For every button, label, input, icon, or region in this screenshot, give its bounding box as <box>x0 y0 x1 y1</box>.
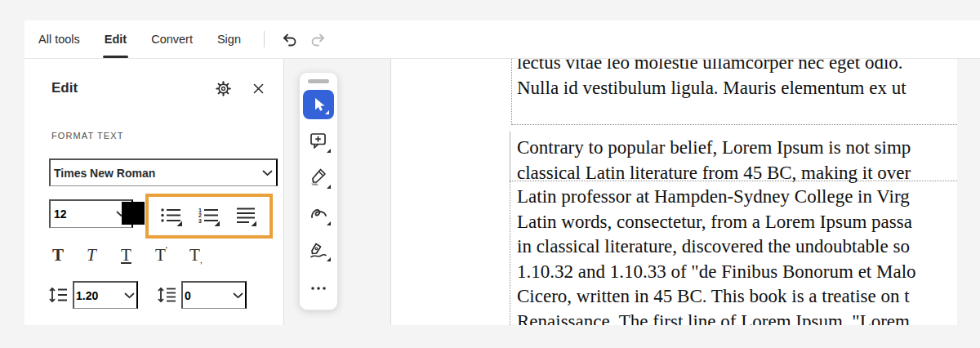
spacing-row: 1.20 0 <box>49 278 286 312</box>
undo-icon <box>281 33 299 47</box>
tab-sign[interactable]: Sign <box>216 20 243 58</box>
document-page[interactable]: lectus vitae leo molestie ullamcorper ne… <box>390 59 957 325</box>
document-line: Cicero, written in 45 BC. This book is a… <box>517 284 957 310</box>
document-line: Latin words, consectetur, from a Lorem I… <box>517 210 957 235</box>
bold-button[interactable]: T <box>49 245 83 265</box>
quick-tools-toolbar <box>299 72 338 310</box>
settings-button[interactable] <box>212 77 234 100</box>
format-text-section-label: FORMAT TEXT <box>51 131 124 141</box>
redo-button[interactable] <box>304 25 332 53</box>
sign-pen-icon <box>309 241 328 259</box>
tab-convert[interactable]: Convert <box>149 20 194 58</box>
list-format-group-highlighted: 123 <box>145 194 273 239</box>
top-toolbar: All tools Edit Convert Sign <box>24 20 980 59</box>
font-family-dropdown[interactable]: Times New Roman <box>49 158 278 186</box>
add-comment-tool-button[interactable] <box>303 126 334 156</box>
close-panel-button[interactable] <box>247 78 269 99</box>
bulleted-list-icon <box>160 206 183 227</box>
highlighter-icon <box>309 167 328 187</box>
document-line: Contrary to popular belief, Lorem Ipsum … <box>517 136 957 161</box>
char-spacing-icon <box>158 287 176 303</box>
line-spacing-dropdown[interactable]: 1.20 <box>73 281 138 309</box>
char-spacing-dropdown[interactable]: 0 <box>181 281 247 309</box>
gear-icon <box>216 81 231 96</box>
line-spacing-group: 1.20 <box>49 281 138 309</box>
line-spacing-icon <box>49 287 68 303</box>
toolbar-divider <box>264 31 265 47</box>
chevron-down-icon <box>262 170 273 176</box>
edit-panel-header: Edit <box>51 78 269 98</box>
select-tool-button[interactable] <box>303 90 334 120</box>
text-frame[interactable]: Latin professor at Hampden-Sydney Colleg… <box>510 181 957 325</box>
text-frame[interactable]: lectus vitae leo molestie ullamcorper ne… <box>511 59 957 125</box>
tab-edit[interactable]: Edit <box>103 20 128 58</box>
chevron-down-icon <box>233 292 243 299</box>
document-line: Nulla id vestibulum ligula. Mauris eleme… <box>517 76 957 101</box>
draw-tool-button[interactable] <box>303 199 334 229</box>
document-line: in classical literature, discovered the … <box>517 234 957 260</box>
highlight-tool-button[interactable] <box>303 163 334 193</box>
document-line: 1.10.32 and 1.10.33 of "de Finibus Bonor… <box>517 260 957 285</box>
char-spacing-value: 0 <box>185 289 191 302</box>
font-color-swatch[interactable] <box>122 202 145 225</box>
subscript-button[interactable]: T, <box>186 245 220 265</box>
document-line: lectus vitae leo molestie ullamcorper ne… <box>517 59 957 76</box>
edit-panel: Edit <box>24 59 284 325</box>
toolbar-drag-handle[interactable] <box>308 79 329 83</box>
close-icon <box>253 83 264 94</box>
text-frame[interactable]: Contrary to popular belief, Lorem Ipsum … <box>510 132 957 181</box>
alignment-icon <box>236 206 257 227</box>
chevron-down-icon <box>124 292 135 299</box>
panel-title: Edit <box>51 80 78 96</box>
more-ellipsis-icon <box>310 286 327 291</box>
tab-all-tools[interactable]: All tools <box>37 20 82 58</box>
font-family-value: Times New Roman <box>54 167 155 180</box>
line-spacing-value: 1.20 <box>76 289 98 302</box>
underline-button[interactable]: T <box>118 245 152 265</box>
text-style-row: T T T T' T, <box>49 240 253 270</box>
numbered-list-icon: 123 <box>198 206 220 227</box>
font-size-dropdown[interactable]: 12 <box>49 199 133 228</box>
bulleted-list-button[interactable] <box>157 203 186 230</box>
redo-icon <box>309 33 327 47</box>
add-comment-icon <box>310 132 327 149</box>
undo-button[interactable] <box>276 25 304 53</box>
italic-button[interactable]: T <box>83 245 118 265</box>
superscript-button[interactable]: T' <box>152 245 186 265</box>
draw-squiggle-icon <box>310 207 328 221</box>
document-line: Latin professor at Hampden-Sydney Colleg… <box>517 185 957 210</box>
svg-text:3: 3 <box>198 217 202 223</box>
fill-and-sign-tool-button[interactable] <box>303 235 334 265</box>
document-line: Renaissance. The first line of Lorem Ips… <box>517 310 957 326</box>
alignment-button[interactable] <box>232 203 261 230</box>
numbered-list-button[interactable]: 123 <box>194 203 224 230</box>
char-spacing-group: 0 <box>158 281 247 309</box>
font-size-value: 12 <box>54 207 67 221</box>
more-tools-button[interactable] <box>303 273 334 303</box>
